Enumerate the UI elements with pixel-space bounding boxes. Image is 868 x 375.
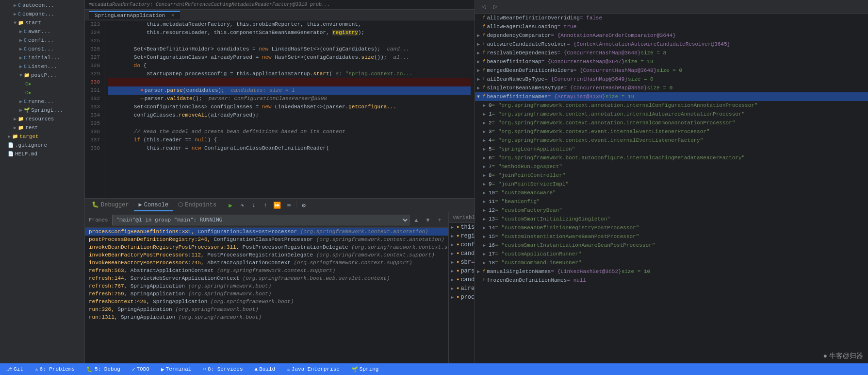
tab-debugger[interactable]: 🐛 Debugger: [87, 199, 134, 211]
frame-up-button[interactable]: ▲: [411, 215, 421, 225]
frame-item[interactable]: run:326, SpringApplication (org.springfr…: [85, 306, 448, 313]
var-item-frozen[interactable]: f frozenBeanDefinitionNames = null: [475, 276, 868, 285]
tree-item-listen[interactable]: ▶ C Listen...: [0, 62, 84, 71]
tab-console[interactable]: ▶ Console: [134, 199, 174, 211]
var-child-1[interactable]: ▶ 1 = "org.springframework.context.annot…: [475, 110, 868, 119]
status-java-enterprise[interactable]: ☕ Java Enterprise: [285, 366, 342, 373]
tree-item-springl[interactable]: ▶ 🌱 SpringL...: [0, 106, 84, 115]
var-child-0[interactable]: ▶ 0 = "org.springframework.context.annot…: [475, 101, 868, 110]
tab-endpoints[interactable]: ⬡ Endpoints: [173, 199, 221, 211]
var-item-allow-eager[interactable]: f allowEagerClassLoading = true: [475, 22, 868, 31]
var-child-4[interactable]: ▶ 4 = "org.springframework.context.event…: [475, 136, 868, 145]
run-to-cursor-button[interactable]: ⏩: [272, 200, 282, 211]
frame-item[interactable]: invokeBeanDefinitionRegistryPostProcesso…: [85, 243, 448, 251]
status-terminal[interactable]: ▶ Terminal: [159, 366, 193, 373]
var-child-11[interactable]: ▶ 11 = "beanConfig": [475, 197, 868, 206]
var-child-17[interactable]: ▶ 17 = "customApplicationRunner": [475, 250, 868, 258]
tree-item-start[interactable]: ▼ 📁 start: [0, 18, 84, 27]
var-item-parser[interactable]: ▶ ● parser = {ConfigurationClassPa...: [449, 267, 475, 275]
frame-item[interactable]: refresh:563, AbstractApplicationContext …: [85, 267, 448, 274]
status-problems[interactable]: ⚠ 6: Problems: [33, 366, 77, 373]
var-child-18[interactable]: ▶ 18 = "customCommandLineRunner": [475, 258, 868, 267]
tree-item-awar[interactable]: ▶ C awar...: [0, 27, 84, 36]
status-services[interactable]: ○ 8: Services: [201, 366, 245, 372]
var-child-6[interactable]: ▶ 6 = "org.springframework.boot.autoconf…: [475, 153, 868, 162]
var-child-5[interactable]: ▶ 5 = "springLearnApplication": [475, 145, 868, 153]
tree-item-const[interactable]: ▶ C const...: [0, 45, 84, 53]
close-tab-icon[interactable]: ×: [171, 13, 175, 18]
var-item-processconfig[interactable]: ▶ ● processConfig = {DefaultApplic...: [449, 293, 475, 302]
var-item-autowire-resolver[interactable]: ▶ f autowireCandidateResolver = {Context…: [475, 40, 868, 49]
evaluate-button[interactable]: ⌨: [283, 200, 294, 211]
status-spring[interactable]: 🌱 Spring: [349, 366, 381, 373]
step-out-button[interactable]: ↑: [260, 200, 271, 211]
var-item-merged[interactable]: ▶ f mergedBeanDefinitionHolders = {Concu…: [475, 66, 868, 75]
tree-item-resources[interactable]: ▶ 📁 resources: [0, 115, 84, 123]
frame-item[interactable]: postProcessBeanDefinitionRegistry:246, C…: [85, 236, 448, 243]
var-item-beandefinitionnames[interactable]: ▼ f beanDefinitionNames = {ArrayList@413…: [475, 92, 868, 101]
var-child-12[interactable]: ▶ 12 = "customFactoryBean": [475, 206, 868, 215]
frame-item[interactable]: invokeBeanFactoryPostProcessors:745, Abs…: [85, 259, 448, 267]
var-item-candidates[interactable]: ▶ ● candidates = {LinkedHashSet@5...: [449, 275, 475, 284]
tree-item-postp[interactable]: ▼ 📁 postP...: [0, 71, 84, 80]
frame-add-button[interactable]: +: [435, 215, 444, 225]
step-into-button[interactable]: ↓: [248, 200, 259, 211]
var-child-15[interactable]: ▶ 15 = "customInstantiationAwareBeanPost…: [475, 232, 868, 241]
var-child-7[interactable]: ▶ 7 = "methodRunLogAspect": [475, 162, 868, 171]
frame-item[interactable]: refresh:767, SpringApplication (org.spri…: [85, 282, 448, 290]
step-over-button[interactable]: ↷: [237, 200, 247, 211]
tree-item-runner[interactable]: ▶ C runne...: [0, 97, 84, 106]
var-child-14[interactable]: ▶ 14 = "customBeanDefinitionRegistryPost…: [475, 223, 868, 232]
var-item-manualsingleton[interactable]: ▶ f manualSingletonNames = {LinkedHashSe…: [475, 267, 868, 276]
var-item-alreadyparsed[interactable]: ▶ ● alreadyParsed = {HashSet@331...: [449, 284, 475, 293]
var-child-9[interactable]: ▶ 9 = "joinPointServiceImpl": [475, 180, 868, 188]
var-child-16[interactable]: ▶ 16 = "customSmartInstantiationAwareBea…: [475, 241, 868, 250]
tree-item-target[interactable]: ▶ 📁 target: [0, 132, 84, 141]
expand-arrow: ▶: [477, 68, 483, 73]
status-todo[interactable]: ✓ TODO: [130, 366, 151, 373]
var-item-this[interactable]: ▶ ● this = {ConfigurationClassPostPr...: [449, 223, 475, 232]
tree-item-autocon[interactable]: ▶ C autocon...: [0, 1, 84, 10]
frame-item[interactable]: run:1311, SpringApplication (org.springf…: [85, 313, 448, 321]
var-item-dep-comparator[interactable]: ▶ f dependencyComparator = {AnnotationAw…: [475, 31, 868, 40]
tree-item-gitignore[interactable]: 📄 .gitignore: [0, 141, 84, 150]
tree-item-test[interactable]: ▶ 📁 test: [0, 123, 84, 132]
frame-item[interactable]: invokeBeanFactoryPostProcessors:112, Pos…: [85, 251, 448, 259]
tree-item-confi[interactable]: ▶ C confi...: [0, 36, 84, 45]
frame-item[interactable]: refresh:759, SpringApplication (org.spri…: [85, 290, 448, 298]
resume-button[interactable]: ▶: [225, 200, 236, 211]
status-debug[interactable]: 🐛 5: Debug: [84, 366, 122, 373]
frame-class: ConfigurationClassPostProcessor: [197, 229, 300, 235]
var-child-8[interactable]: ▶ 8 = "joinPointController": [475, 171, 868, 180]
var-child-2[interactable]: ▶ 2 = "org.springframework.context.annot…: [475, 119, 868, 127]
tree-item-component[interactable]: ▶ C compone...: [0, 10, 84, 18]
settings-button[interactable]: ⚙: [298, 200, 309, 211]
var-item-beandefinitionmap[interactable]: ▶ f beanDefinitionMap = {ConcurrentHashM…: [475, 57, 868, 66]
tree-item-c1[interactable]: C●: [0, 80, 84, 88]
var-child-3[interactable]: ▶ 3 = "org.springframework.context.event…: [475, 127, 868, 136]
status-git[interactable]: ⎇ Git: [4, 366, 25, 373]
var-item-sbr[interactable]: ▶ ● sbr = {DefaultListableBeanFacto...: [449, 258, 475, 267]
frame-item[interactable]: refreshContext:426, SpringApplication (o…: [85, 298, 448, 306]
frame-item[interactable]: refresh:144, ServletWebServerApplication…: [85, 274, 448, 282]
debug-forward-button[interactable]: ▷: [491, 2, 500, 12]
var-item-candidatenames[interactable]: ▶ ● candidateNames = {String[7]@3...: [449, 249, 475, 258]
var-item-configcandidates[interactable]: ▶ ● configCandidates = {ArrayLi...: [449, 240, 475, 249]
thread-select[interactable]: "main"@1 in group "main": RUNNING: [112, 215, 409, 225]
tree-item-c2[interactable]: C●: [0, 88, 84, 97]
var-child-10[interactable]: ▶ 10 = "customBeanAware": [475, 188, 868, 197]
var-child-13[interactable]: ▶ 13 = "customSmartInitializingSingleton…: [475, 215, 868, 223]
var-item-allbytype[interactable]: ▶ f allBeanNamesByType = {ConcurrentHash…: [475, 75, 868, 84]
tree-item-helpmd[interactable]: 📄 HELP.md: [0, 150, 84, 158]
var-item-singletonbytype[interactable]: ▶ f singletonBeanNamesByType = {Concurre…: [475, 84, 868, 92]
var-item-registry[interactable]: ▶ ● registry = {DefaultListableBeanFact.…: [449, 232, 475, 240]
frame-down-button[interactable]: ▼: [423, 215, 433, 225]
var-item-allow-override[interactable]: f allowBeanDefinitionOverriding = false: [475, 14, 868, 22]
expand-arrow: ▶: [483, 207, 489, 213]
var-item-resolvable[interactable]: ▶ f resolvableDependencies = {Concurrent…: [475, 49, 868, 57]
debug-back-button[interactable]: ◁: [479, 2, 489, 12]
editor-tab-main[interactable]: SpringLearnApplication ×: [89, 11, 180, 19]
frame-item[interactable]: processConfigBeanDefinitions:331, Config…: [85, 228, 448, 236]
status-build[interactable]: ▲ Build: [253, 366, 278, 372]
tree-item-initial[interactable]: ▶ C initial...: [0, 53, 84, 62]
